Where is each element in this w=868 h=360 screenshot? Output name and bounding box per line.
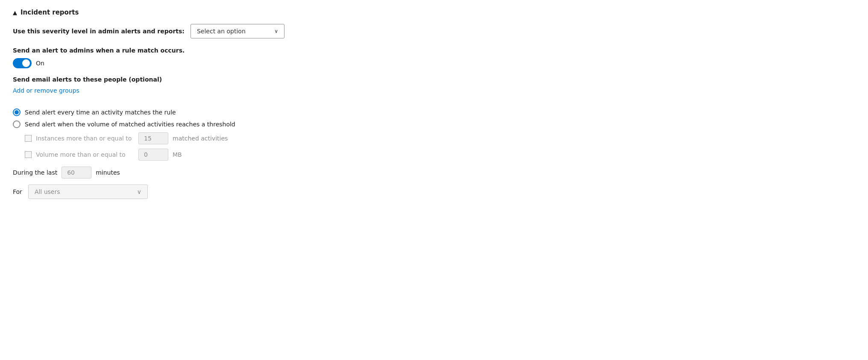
- radio-option-2[interactable]: [13, 120, 21, 128]
- for-row: For All users ∨: [13, 184, 855, 199]
- for-dropdown[interactable]: All users ∨: [28, 184, 148, 199]
- severity-dropdown[interactable]: Select an option ∨: [191, 24, 284, 38]
- instances-label: Instances more than or equal to: [36, 135, 134, 142]
- add-remove-groups-link[interactable]: Add or remove groups: [13, 87, 79, 94]
- alert-admins-label: Send an alert to admins when a rule matc…: [13, 47, 855, 54]
- volume-label: Volume more than or equal to: [36, 151, 134, 158]
- matched-activities-label: matched activities: [173, 135, 228, 142]
- volume-input[interactable]: [138, 149, 168, 161]
- email-alerts-label: Send email alerts to these people (optio…: [13, 76, 855, 83]
- severity-dropdown-chevron: ∨: [274, 28, 278, 34]
- toggle-thumb: [22, 59, 30, 67]
- section-header: ▲ Incident reports: [13, 9, 855, 16]
- sub-options-container: Instances more than or equal to matched …: [25, 132, 855, 161]
- volume-checkbox[interactable]: [25, 151, 32, 158]
- section-title: Incident reports: [21, 9, 79, 16]
- radio-option-1-row: Send alert every time an activity matche…: [13, 108, 855, 116]
- alert-toggle[interactable]: [13, 58, 32, 68]
- radio-option-1-label: Send alert every time an activity matche…: [25, 109, 176, 116]
- minutes-label: minutes: [96, 169, 120, 176]
- radio-option-2-row: Send alert when the volume of matched ac…: [13, 120, 855, 128]
- collapse-icon[interactable]: ▲: [13, 9, 17, 16]
- email-alerts-section: Send email alerts to these people (optio…: [13, 76, 855, 94]
- volume-unit-label: MB: [173, 151, 182, 158]
- severity-field-row: Use this severity level in admin alerts …: [13, 24, 855, 38]
- toggle-state-label: On: [36, 60, 44, 67]
- radio-option-1[interactable]: [13, 108, 21, 116]
- radio-dot-1: [15, 110, 19, 114]
- severity-dropdown-value: Select an option: [197, 28, 246, 35]
- volume-row: Volume more than or equal to MB: [25, 149, 855, 161]
- toggle-track: [13, 58, 32, 68]
- for-dropdown-value: All users: [35, 188, 60, 195]
- minutes-input[interactable]: [62, 167, 91, 179]
- for-dropdown-chevron: ∨: [137, 188, 141, 195]
- severity-label: Use this severity level in admin alerts …: [13, 28, 185, 35]
- toggle-row: On: [13, 58, 855, 68]
- instances-row: Instances more than or equal to matched …: [25, 132, 855, 144]
- for-label: For: [13, 188, 22, 195]
- instances-input[interactable]: [138, 132, 168, 144]
- radio-section: Send alert every time an activity matche…: [13, 108, 855, 161]
- instances-checkbox[interactable]: [25, 135, 32, 142]
- during-row: During the last minutes: [13, 167, 855, 179]
- during-label: During the last: [13, 169, 57, 176]
- radio-option-2-label: Send alert when the volume of matched ac…: [25, 121, 235, 128]
